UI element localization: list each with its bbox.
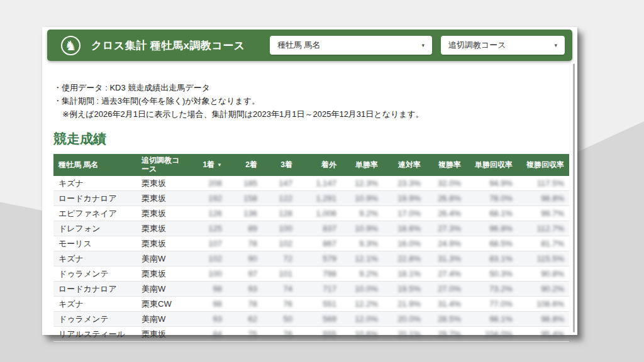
stat-cell: 12.1% bbox=[341, 251, 383, 266]
page-title: クロス集計 種牡馬x調教コース bbox=[91, 38, 245, 53]
table-row[interactable]: ドゥラメンテ栗東坂100971017989.2%18.1%27.4%50.3%9… bbox=[53, 266, 569, 282]
results-table: 種牡馬 馬名追切調教コース1着▼2着3着着外単勝率連対率複勝率単勝回収率複勝回収… bbox=[53, 154, 569, 342]
text-cell: 栗東坂 bbox=[136, 266, 192, 282]
text-cell: キズナ bbox=[53, 176, 136, 191]
stat-cell: 101 bbox=[262, 266, 297, 282]
stat-cell: 98.8% bbox=[518, 191, 569, 206]
stat-cell: 31.4% bbox=[426, 297, 466, 312]
stat-cell: 32.0% bbox=[426, 176, 466, 191]
column-header[interactable]: 種牡馬 馬名 bbox=[53, 154, 136, 176]
note-line: ※例えば2026年2月1日に表示した場合、集計期間は2023年1月1日～2025… bbox=[53, 107, 569, 121]
stat-cell: 68.1% bbox=[466, 206, 518, 221]
table-row[interactable]: ドゥラメンテ美南W93625056912.0%20.0%28.5%98.1%98… bbox=[53, 312, 569, 327]
table-row[interactable]: キズナ栗東坂2081851471,14712.3%23.3%32.0%94.9%… bbox=[53, 176, 569, 191]
text-cell: 栗東坂 bbox=[136, 221, 192, 236]
stat-cell: 93 bbox=[227, 282, 262, 297]
stat-cell: 27.3% bbox=[426, 221, 466, 236]
training-course-select[interactable]: 追切調教コース ▾ bbox=[441, 36, 565, 55]
stat-cell: 102 bbox=[262, 236, 297, 251]
stat-cell: 122 bbox=[262, 191, 297, 206]
text-cell: ドレフォン bbox=[53, 221, 136, 236]
vertical-scrollbar[interactable] bbox=[573, 63, 575, 332]
stat-cell: 9.2% bbox=[341, 266, 383, 282]
stat-cell: 125 bbox=[192, 221, 227, 236]
table-row[interactable]: キズナ栗東CW98787655112.2%21.9%31.4%77.0%108.… bbox=[53, 297, 569, 312]
text-cell: 栗東坂 bbox=[136, 327, 192, 342]
text-cell: ドゥラメンテ bbox=[53, 266, 136, 282]
stat-cell: 867 bbox=[297, 236, 341, 251]
stat-cell: 837 bbox=[297, 221, 341, 236]
stat-cell: 98.1% bbox=[466, 312, 518, 327]
stat-cell: 24.9% bbox=[426, 236, 466, 251]
stat-cell: 115.5% bbox=[518, 251, 569, 266]
stat-cell: 90.2% bbox=[518, 282, 569, 297]
stat-cell: 76 bbox=[262, 297, 297, 312]
column-header[interactable]: 連対率 bbox=[383, 154, 426, 176]
stat-cell: 83.1% bbox=[466, 251, 518, 266]
text-cell: ドゥラメンテ bbox=[53, 312, 136, 327]
column-header[interactable]: 着外 bbox=[297, 154, 341, 176]
stat-cell: 31.3% bbox=[426, 251, 466, 266]
column-header[interactable]: 単勝回収率 bbox=[466, 154, 518, 176]
stat-cell: 28.5% bbox=[426, 312, 466, 327]
column-header[interactable]: 複勝率 bbox=[426, 154, 466, 176]
stat-cell: 78.0% bbox=[466, 191, 518, 206]
text-cell: ロードカナロア bbox=[53, 282, 136, 297]
stat-cell: 99.7% bbox=[518, 206, 569, 221]
stat-cell: 208 bbox=[192, 176, 227, 191]
stat-cell: 579 bbox=[297, 251, 341, 266]
table-row[interactable]: キズナ美南W102907257912.1%22.8%31.3%83.1%115.… bbox=[53, 251, 569, 266]
stat-cell: 76 bbox=[262, 327, 297, 342]
column-header[interactable]: 2着 bbox=[227, 154, 262, 176]
text-cell: リアルスティール bbox=[53, 327, 136, 342]
stat-cell: 93 bbox=[192, 312, 227, 327]
stat-cell: 18.1% bbox=[383, 266, 426, 282]
main-content: ・使用データ : KD3 競走成績出走馬データ ・集計期間 : 過去3年間(今年… bbox=[53, 66, 569, 342]
table-row[interactable]: モーリス栗東坂107781028679.3%16.0%24.9%68.5%81.… bbox=[53, 236, 569, 251]
stat-cell: 108.6% bbox=[518, 297, 569, 312]
stat-cell: 27.4% bbox=[426, 266, 466, 282]
column-header[interactable]: 複勝回収率 bbox=[518, 154, 569, 176]
table-row[interactable]: エピファネイア栗東坂1261361281,0069.2%17.0%26.4%68… bbox=[53, 206, 569, 221]
stat-cell: 29.7% bbox=[426, 327, 466, 342]
stat-cell: 112.7% bbox=[518, 221, 569, 236]
text-cell: モーリス bbox=[53, 236, 136, 251]
text-cell: 美南W bbox=[136, 251, 192, 266]
training-course-select-value: 追切調教コース bbox=[448, 40, 506, 51]
stat-cell: 128 bbox=[262, 206, 297, 221]
column-header[interactable]: 1着▼ bbox=[192, 154, 227, 176]
stat-cell: 12.2% bbox=[341, 297, 383, 312]
table-header-row: 種牡馬 馬名追切調教コース1着▼2着3着着外単勝率連対率複勝率単勝回収率複勝回収… bbox=[53, 154, 569, 176]
stat-cell: 20.0% bbox=[383, 312, 426, 327]
text-cell: 美南W bbox=[136, 312, 192, 327]
stat-cell: 62 bbox=[227, 312, 262, 327]
stat-cell: 10.9% bbox=[341, 221, 383, 236]
column-header[interactable]: 追切調教コース bbox=[136, 154, 192, 176]
stat-cell: 95.4% bbox=[518, 327, 569, 342]
filter-bar: 種牡馬 馬名 ▾ 追切調教コース ▾ bbox=[270, 36, 565, 55]
table-row[interactable]: ドレフォン栗東坂1258910083710.9%18.6%27.3%96.8%1… bbox=[53, 221, 569, 236]
stat-cell: 50.3% bbox=[466, 266, 518, 282]
stat-cell: 12.0% bbox=[341, 312, 383, 327]
stat-cell: 136 bbox=[227, 206, 262, 221]
stat-cell: 10.0% bbox=[341, 282, 383, 297]
stat-cell: 27.0% bbox=[426, 282, 466, 297]
column-header[interactable]: 3着 bbox=[262, 154, 297, 176]
stat-cell: 192 bbox=[192, 191, 227, 206]
table-row[interactable]: ロードカナロア栗東坂1921581221,29110.9%19.9%26.8%7… bbox=[53, 191, 569, 206]
stat-cell: 9.3% bbox=[341, 236, 383, 251]
chevron-down-icon: ▾ bbox=[554, 42, 557, 48]
stat-cell: 98 bbox=[192, 297, 227, 312]
sort-caret-icon: ▼ bbox=[217, 162, 222, 168]
text-cell: 美南W bbox=[136, 282, 192, 297]
stat-cell: 96.8% bbox=[466, 221, 518, 236]
stat-cell: 10.6% bbox=[341, 327, 383, 342]
table-row[interactable]: リアルスティール栗東坂84757655510.6%20.1%29.7%104.0… bbox=[53, 327, 569, 342]
stat-cell: 97 bbox=[227, 266, 262, 282]
stat-cell: 94.9% bbox=[466, 176, 518, 191]
table-row[interactable]: ロードカナロア美南W98937471710.0%19.5%27.0%73.2%9… bbox=[53, 282, 569, 297]
app-window: ♞ クロス集計 種牡馬x調教コース 種牡馬 馬名 ▾ 追切調教コース ▾ ・使用… bbox=[42, 27, 577, 335]
stat-cell: 78 bbox=[227, 297, 262, 312]
sire-name-select[interactable]: 種牡馬 馬名 ▾ bbox=[270, 36, 432, 55]
column-header[interactable]: 単勝率 bbox=[341, 154, 383, 176]
